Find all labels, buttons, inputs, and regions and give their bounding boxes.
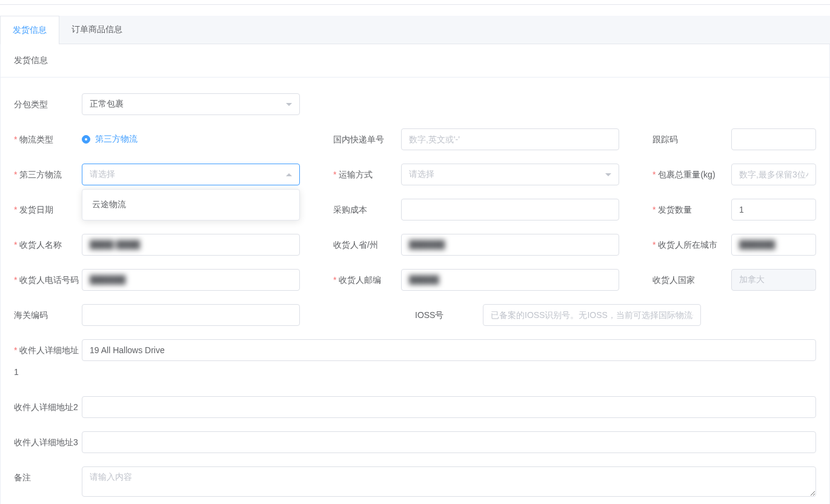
input-recipient-zip[interactable]	[401, 269, 619, 291]
input-address2[interactable]	[82, 396, 816, 418]
input-purchase-cost[interactable]	[401, 199, 619, 220]
input-customs-code-field[interactable]	[90, 310, 292, 320]
input-ship-quantity-field[interactable]	[739, 205, 808, 214]
chevron-down-icon	[286, 103, 292, 106]
input-address1[interactable]	[82, 339, 816, 361]
row-package-type: 分包类型 正常包裹	[1, 93, 829, 115]
input-recipient-zip-field[interactable]	[409, 275, 611, 285]
input-recipient-state[interactable]	[401, 234, 619, 256]
input-tracking-code-field[interactable]	[739, 134, 808, 144]
input-total-weight-field[interactable]	[739, 170, 808, 179]
input-recipient-phone-field[interactable]	[90, 275, 292, 285]
input-total-weight[interactable]	[731, 164, 816, 185]
input-address3-field[interactable]	[90, 437, 808, 447]
input-recipient-name[interactable]	[82, 234, 300, 256]
input-domestic-tracking[interactable]	[401, 128, 619, 150]
label-recipient-city: 收货人所在城市	[652, 234, 731, 256]
input-tracking-code[interactable]	[731, 128, 816, 150]
tab-shipping-info[interactable]: 发货信息	[0, 16, 59, 44]
row-third-party: 第三方物流 请选择 云途物流 运输方式 请选择	[1, 164, 829, 185]
label-recipient-zip: 收货人邮编	[333, 269, 401, 291]
dropdown-option-yuntu[interactable]: 云途物流	[82, 193, 299, 216]
row-recipient-name: 收货人名称 收货人省/州 收货人所在城市	[1, 234, 829, 256]
form-body: 分包类型 正常包裹 物流类型 第三方物流	[1, 78, 829, 504]
row-customs: 海关编码 IOSS号	[1, 304, 829, 326]
label-total-weight: 包裹总重量(kg)	[652, 164, 731, 185]
select-third-party-placeholder: 请选择	[90, 169, 115, 180]
radio-third-party-logistics[interactable]: 第三方物流	[82, 134, 300, 145]
radio-dot-icon	[82, 135, 90, 144]
select-package-type-value: 正常包裹	[90, 99, 124, 110]
row-recipient-phone: 收货人电话号码 收货人邮编 收货人国家	[1, 269, 829, 291]
select-recipient-country: 加拿大	[731, 269, 816, 291]
label-address1: 收件人详细地址1	[14, 339, 82, 383]
row-address1: 收件人详细地址1	[1, 339, 829, 383]
input-recipient-city[interactable]	[731, 234, 816, 256]
panel-title: 发货信息	[1, 44, 829, 78]
chevron-up-icon	[286, 173, 292, 176]
row-address2: 收件人详细地址2	[1, 396, 829, 418]
label-recipient-state: 收货人省/州	[333, 234, 401, 256]
label-third-party-logistics: 第三方物流	[14, 164, 82, 185]
row-remark: 备注	[1, 466, 829, 499]
tabs-bar: 发货信息 订单商品信息	[0, 16, 830, 44]
label-recipient-name: 收货人名称	[14, 234, 82, 256]
chevron-down-icon	[605, 173, 611, 176]
input-purchase-cost-field[interactable]	[409, 205, 611, 214]
label-purchase-cost: 采购成本	[333, 199, 401, 220]
label-address3: 收件人详细地址3	[14, 431, 82, 453]
input-recipient-city-field[interactable]	[739, 240, 808, 250]
select-package-type[interactable]: 正常包裹	[82, 93, 300, 115]
input-ioss[interactable]	[483, 304, 701, 326]
input-customs-code[interactable]	[82, 304, 300, 326]
label-address2: 收件人详细地址2	[14, 396, 82, 418]
input-ship-quantity[interactable]	[731, 199, 816, 220]
label-package-type: 分包类型	[14, 93, 82, 115]
select-shipping-method[interactable]: 请选择	[401, 164, 619, 185]
input-address3[interactable]	[82, 431, 816, 453]
label-remark: 备注	[14, 466, 82, 488]
label-shipping-method: 运输方式	[333, 164, 401, 185]
select-third-party-logistics[interactable]: 请选择	[82, 164, 300, 185]
row-address3: 收件人详细地址3	[1, 431, 829, 453]
row-logistics-type: 物流类型 第三方物流 国内快递单号 跟踪码	[1, 128, 829, 150]
label-recipient-phone: 收货人电话号码	[14, 269, 82, 291]
input-recipient-name-field[interactable]	[90, 240, 292, 250]
input-ioss-field[interactable]	[491, 310, 693, 320]
label-tracking-code: 跟踪码	[652, 128, 731, 150]
select-shipping-method-placeholder: 请选择	[409, 169, 434, 180]
label-domestic-tracking: 国内快递单号	[333, 128, 401, 150]
radio-label-third-party: 第三方物流	[95, 134, 138, 145]
label-logistics-type: 物流类型	[14, 128, 82, 150]
top-divider	[0, 0, 830, 5]
input-domestic-tracking-field[interactable]	[409, 134, 611, 144]
select-recipient-country-value: 加拿大	[739, 274, 765, 285]
label-ship-quantity: 发货数量	[652, 199, 731, 220]
input-address2-field[interactable]	[90, 402, 808, 412]
input-recipient-state-field[interactable]	[409, 240, 611, 250]
label-ship-date: 发货日期	[14, 199, 82, 220]
shipping-info-panel: 发货信息 分包类型 正常包裹 物流类型 第三	[0, 44, 830, 504]
dropdown-third-party: 云途物流	[82, 189, 300, 220]
textarea-remark[interactable]	[82, 466, 816, 497]
label-ioss: IOSS号	[415, 304, 483, 326]
input-address1-field[interactable]	[90, 345, 808, 355]
label-customs-code: 海关编码	[14, 304, 82, 326]
label-recipient-country: 收货人国家	[652, 269, 731, 291]
input-recipient-phone[interactable]	[82, 269, 300, 291]
tab-order-products[interactable]: 订单商品信息	[59, 16, 134, 44]
